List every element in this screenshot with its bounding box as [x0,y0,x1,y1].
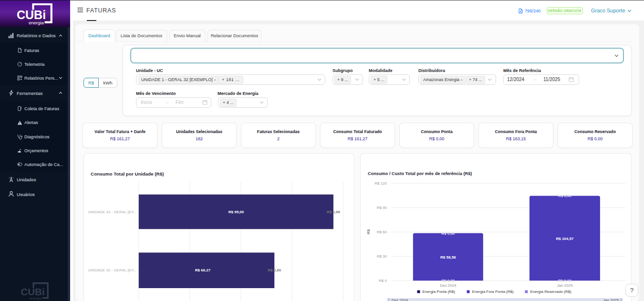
svg-text:Energia Reservado (R$): Energia Reservado (R$) [530,290,571,294]
svg-text:Dez 2024: Dez 2024 [392,298,408,301]
svg-text:R$ 95,00: R$ 95,00 [229,210,244,214]
svg-text:Energia Ponta (R$): Energia Ponta (R$) [423,290,456,294]
svg-text:Dez 2024: Dez 2024 [440,283,457,288]
svg-text:R$ 58,58: R$ 58,58 [440,255,456,259]
svg-text:R$: R$ [366,229,371,234]
svg-text:R$ 104,57: R$ 104,57 [556,237,573,241]
svg-text:energia: energia [29,20,44,25]
svg-text:R$ 0,00: R$ 0,00 [558,279,572,283]
svg-text:CUBi: CUBi [17,8,46,21]
svg-text:Jan 2025: Jan 2025 [603,298,619,301]
svg-text:A: A [519,10,521,13]
svg-text:R$ 120: R$ 120 [374,181,387,186]
svg-text:R$ 0,00: R$ 0,00 [441,279,455,283]
svg-text:R$ 0,00: R$ 0,00 [558,194,572,198]
svg-text:CUBi: CUBi [21,286,45,297]
svg-text:R$ 30: R$ 30 [377,254,387,259]
svg-text:R$ 0,00: R$ 0,00 [327,210,341,214]
svg-text:R$ 60: R$ 60 [377,230,387,234]
svg-text:R$ 0: R$ 0 [379,279,387,283]
svg-text:energia: energia [30,296,42,301]
svg-text:R$ 90: R$ 90 [377,206,387,210]
svg-text:Energia Fora Ponta (R$): Energia Fora Ponta (R$) [472,290,514,294]
svg-text:R$ 66.27: R$ 66.27 [195,268,211,272]
svg-text:Jan 2025: Jan 2025 [557,283,572,288]
svg-text:UNIDADE 43 - GERAL [EX...: UNIDADE 43 - GERAL [EX... [88,210,137,214]
svg-text:R$ 0,00: R$ 0,00 [268,268,281,272]
svg-text:R$ 0,00: R$ 0,00 [441,231,455,236]
svg-text:UNIDADE 42 - GERAL [EX...: UNIDADE 42 - GERAL [EX... [88,268,137,272]
